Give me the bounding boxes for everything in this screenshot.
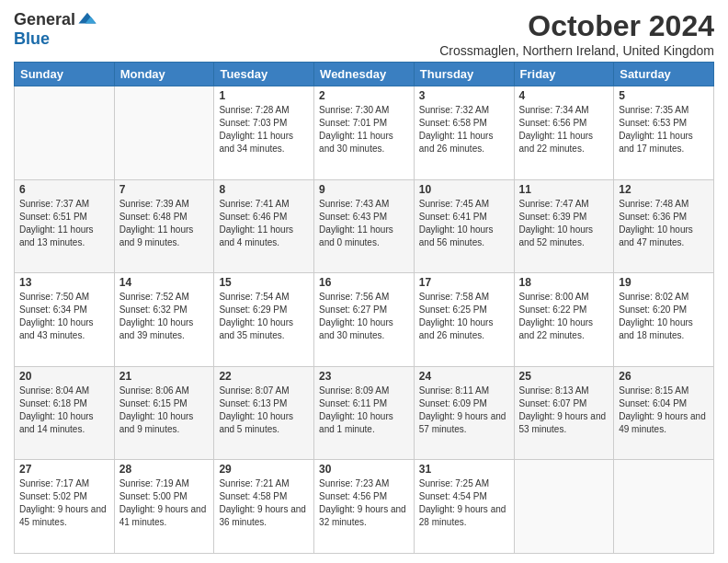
day-info: Sunrise: 7:48 AM Sunset: 6:36 PM Dayligh…: [619, 198, 709, 249]
calendar-cell: 17Sunrise: 7:58 AM Sunset: 6:25 PM Dayli…: [414, 273, 514, 367]
day-number: 17: [419, 276, 509, 289]
day-info: Sunrise: 7:45 AM Sunset: 6:41 PM Dayligh…: [419, 198, 509, 249]
calendar-cell: 31Sunrise: 7:25 AM Sunset: 4:54 PM Dayli…: [414, 460, 514, 554]
header-sunday: Sunday: [15, 63, 115, 86]
day-number: 6: [19, 183, 109, 196]
calendar-cell: 9Sunrise: 7:43 AM Sunset: 6:43 PM Daylig…: [314, 179, 415, 273]
day-info: Sunrise: 7:35 AM Sunset: 6:53 PM Dayligh…: [619, 104, 709, 155]
day-number: 16: [319, 276, 409, 289]
header-friday: Friday: [514, 63, 614, 86]
calendar-cell: 26Sunrise: 8:15 AM Sunset: 6:04 PM Dayli…: [614, 366, 714, 460]
page: General Blue October 2024 Crossmaglen, N…: [0, 0, 728, 563]
calendar-cell: 6Sunrise: 7:37 AM Sunset: 6:51 PM Daylig…: [15, 179, 115, 273]
day-info: Sunrise: 8:04 AM Sunset: 6:18 PM Dayligh…: [19, 385, 109, 436]
day-number: 29: [219, 463, 309, 476]
day-info: Sunrise: 7:47 AM Sunset: 6:39 PM Dayligh…: [519, 198, 609, 249]
month-title: October 2024: [439, 9, 714, 43]
day-info: Sunrise: 8:00 AM Sunset: 6:22 PM Dayligh…: [519, 291, 609, 342]
location-title: Crossmaglen, Northern Ireland, United Ki…: [439, 43, 714, 58]
day-number: 20: [19, 370, 109, 383]
day-number: 28: [119, 463, 210, 476]
calendar-cell: 29Sunrise: 7:21 AM Sunset: 4:58 PM Dayli…: [214, 460, 314, 554]
day-info: Sunrise: 8:15 AM Sunset: 6:04 PM Dayligh…: [619, 385, 709, 436]
calendar-cell: 10Sunrise: 7:45 AM Sunset: 6:41 PM Dayli…: [414, 179, 514, 273]
logo-text: General: [14, 9, 97, 29]
day-number: 11: [519, 183, 609, 196]
calendar-cell: 16Sunrise: 7:56 AM Sunset: 6:27 PM Dayli…: [314, 273, 415, 367]
header-saturday: Saturday: [614, 63, 714, 86]
logo-icon: [77, 9, 97, 29]
calendar-cell: 2Sunrise: 7:30 AM Sunset: 7:01 PM Daylig…: [314, 86, 415, 180]
day-info: Sunrise: 7:50 AM Sunset: 6:34 PM Dayligh…: [19, 291, 109, 342]
week-row-0: 1Sunrise: 7:28 AM Sunset: 7:03 PM Daylig…: [15, 86, 714, 180]
calendar-cell: 21Sunrise: 8:06 AM Sunset: 6:15 PM Dayli…: [114, 366, 214, 460]
calendar-cell: 4Sunrise: 7:34 AM Sunset: 6:56 PM Daylig…: [514, 86, 614, 180]
day-number: 12: [619, 183, 709, 196]
day-number: 24: [419, 370, 509, 383]
calendar-cell: 27Sunrise: 7:17 AM Sunset: 5:02 PM Dayli…: [15, 460, 115, 554]
day-number: 14: [119, 276, 210, 289]
day-info: Sunrise: 7:37 AM Sunset: 6:51 PM Dayligh…: [19, 198, 109, 249]
calendar-cell: 3Sunrise: 7:32 AM Sunset: 6:58 PM Daylig…: [414, 86, 514, 180]
day-info: Sunrise: 7:32 AM Sunset: 6:58 PM Dayligh…: [419, 104, 509, 155]
day-number: 22: [219, 370, 309, 383]
calendar-cell: 12Sunrise: 7:48 AM Sunset: 6:36 PM Dayli…: [614, 179, 714, 273]
day-number: 19: [619, 276, 709, 289]
calendar-header-row: Sunday Monday Tuesday Wednesday Thursday…: [15, 63, 714, 86]
day-number: 3: [419, 89, 509, 102]
day-number: 4: [519, 89, 609, 102]
header-wednesday: Wednesday: [314, 63, 415, 86]
calendar-cell: 13Sunrise: 7:50 AM Sunset: 6:34 PM Dayli…: [15, 273, 115, 367]
calendar-table: Sunday Monday Tuesday Wednesday Thursday…: [14, 62, 714, 554]
day-number: 21: [119, 370, 210, 383]
calendar-cell: 23Sunrise: 8:09 AM Sunset: 6:11 PM Dayli…: [314, 366, 415, 460]
calendar-cell: 14Sunrise: 7:52 AM Sunset: 6:32 PM Dayli…: [114, 273, 214, 367]
calendar-cell: [614, 460, 714, 554]
day-info: Sunrise: 7:39 AM Sunset: 6:48 PM Dayligh…: [119, 198, 210, 249]
day-number: 2: [319, 89, 409, 102]
day-info: Sunrise: 7:17 AM Sunset: 5:02 PM Dayligh…: [19, 477, 109, 529]
day-info: Sunrise: 8:09 AM Sunset: 6:11 PM Dayligh…: [319, 385, 409, 436]
day-number: 15: [219, 276, 309, 289]
calendar-cell: 7Sunrise: 7:39 AM Sunset: 6:48 PM Daylig…: [114, 179, 214, 273]
day-info: Sunrise: 8:07 AM Sunset: 6:13 PM Dayligh…: [219, 385, 309, 436]
calendar-cell: 1Sunrise: 7:28 AM Sunset: 7:03 PM Daylig…: [214, 86, 314, 180]
day-number: 1: [219, 89, 309, 102]
calendar-cell: 11Sunrise: 7:47 AM Sunset: 6:39 PM Dayli…: [514, 179, 614, 273]
calendar-cell: 20Sunrise: 8:04 AM Sunset: 6:18 PM Dayli…: [15, 366, 115, 460]
calendar-cell: [15, 86, 115, 180]
day-info: Sunrise: 7:43 AM Sunset: 6:43 PM Dayligh…: [319, 198, 409, 249]
day-number: 30: [319, 463, 409, 476]
day-info: Sunrise: 7:58 AM Sunset: 6:25 PM Dayligh…: [419, 291, 509, 342]
week-row-3: 20Sunrise: 8:04 AM Sunset: 6:18 PM Dayli…: [15, 366, 714, 460]
calendar-cell: 28Sunrise: 7:19 AM Sunset: 5:00 PM Dayli…: [114, 460, 214, 554]
day-info: Sunrise: 7:41 AM Sunset: 6:46 PM Dayligh…: [219, 198, 309, 249]
day-number: 23: [319, 370, 409, 383]
header-tuesday: Tuesday: [214, 63, 314, 86]
day-number: 10: [419, 183, 509, 196]
week-row-1: 6Sunrise: 7:37 AM Sunset: 6:51 PM Daylig…: [15, 179, 714, 273]
day-info: Sunrise: 8:13 AM Sunset: 6:07 PM Dayligh…: [519, 385, 609, 436]
day-info: Sunrise: 7:21 AM Sunset: 4:58 PM Dayligh…: [219, 477, 309, 529]
day-info: Sunrise: 8:06 AM Sunset: 6:15 PM Dayligh…: [119, 385, 210, 436]
day-number: 18: [519, 276, 609, 289]
header: General Blue October 2024 Crossmaglen, N…: [14, 9, 714, 58]
calendar-cell: 25Sunrise: 8:13 AM Sunset: 6:07 PM Dayli…: [514, 366, 614, 460]
day-number: 8: [219, 183, 309, 196]
calendar-cell: 5Sunrise: 7:35 AM Sunset: 6:53 PM Daylig…: [614, 86, 714, 180]
title-section: October 2024 Crossmaglen, Northern Irela…: [439, 9, 714, 58]
calendar-cell: 22Sunrise: 8:07 AM Sunset: 6:13 PM Dayli…: [214, 366, 314, 460]
logo-general-text: General: [14, 10, 75, 29]
day-info: Sunrise: 7:23 AM Sunset: 4:56 PM Dayligh…: [319, 477, 409, 529]
day-info: Sunrise: 7:19 AM Sunset: 5:00 PM Dayligh…: [119, 477, 210, 529]
logo: General Blue: [14, 9, 97, 49]
calendar-cell: 24Sunrise: 8:11 AM Sunset: 6:09 PM Dayli…: [414, 366, 514, 460]
day-info: Sunrise: 8:02 AM Sunset: 6:20 PM Dayligh…: [619, 291, 709, 342]
calendar-cell: 15Sunrise: 7:54 AM Sunset: 6:29 PM Dayli…: [214, 273, 314, 367]
calendar-cell: [114, 86, 214, 180]
day-number: 31: [419, 463, 509, 476]
day-number: 13: [19, 276, 109, 289]
calendar-cell: 19Sunrise: 8:02 AM Sunset: 6:20 PM Dayli…: [614, 273, 714, 367]
header-monday: Monday: [114, 63, 214, 86]
logo-blue-text: Blue: [14, 29, 50, 49]
